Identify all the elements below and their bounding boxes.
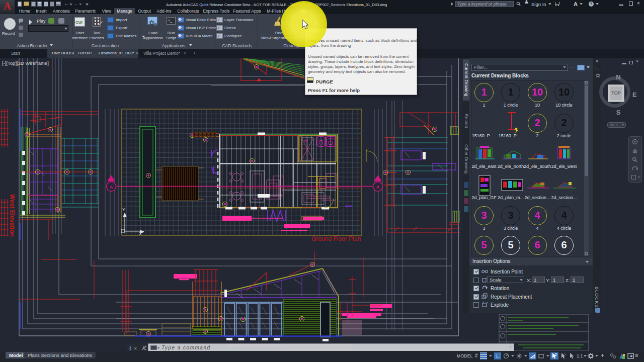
svg-text:Ground Floor Plan: Ground Floor Plan xyxy=(311,235,361,242)
svg-text:A: A xyxy=(376,185,380,190)
svg-text:[-][Top][2D Wireframe]: [-][Top][2D Wireframe] xyxy=(2,60,49,66)
svg-text:A: A xyxy=(110,185,113,190)
svg-text:X: X xyxy=(139,231,142,236)
svg-text:Y: Y xyxy=(122,207,125,212)
svg-text:West Elevation: West Elevation xyxy=(9,194,16,237)
